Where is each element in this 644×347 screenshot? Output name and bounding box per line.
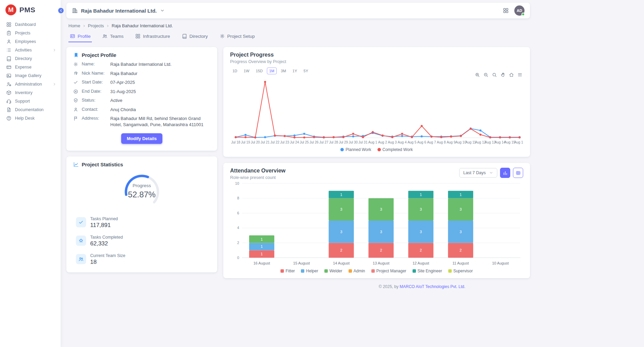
- sidebar-item-administration[interactable]: Administration: [0, 80, 61, 88]
- sidebar-item-dashboard[interactable]: Dashboard: [0, 20, 61, 29]
- tab-teams[interactable]: Teams: [101, 31, 125, 42]
- range-button-3m[interactable]: 3M: [278, 67, 288, 74]
- app-logo[interactable]: M PMS: [0, 0, 61, 20]
- user-avatar[interactable]: AD: [514, 5, 525, 16]
- selection-zoom-icon[interactable]: [492, 72, 497, 77]
- tab-infrastructure[interactable]: Infrastructure: [134, 31, 172, 42]
- chart-line-icon: [73, 162, 79, 167]
- legend-swatch: [349, 269, 352, 273]
- svg-text:1: 1: [261, 252, 263, 256]
- svg-text:2: 2: [380, 248, 382, 252]
- svg-text:0: 0: [237, 256, 239, 260]
- attendance-card-title: Attendance Overview: [230, 168, 286, 174]
- profile-field-contact: Contact:Anuj Chordia: [73, 107, 210, 113]
- range-button-5y[interactable]: 5Y: [301, 67, 310, 74]
- legend-label: Planned Work: [345, 147, 371, 152]
- sidebar-item-support[interactable]: Support: [0, 97, 61, 105]
- field-value: Raja Bahadur: [110, 71, 210, 77]
- legend-item-planned-work[interactable]: Planned Work: [340, 147, 371, 152]
- legend-item-admin[interactable]: Admin: [349, 269, 365, 273]
- footer-link[interactable]: MARCO AIoT Technologies Pvt. Ltd.: [400, 284, 465, 289]
- zoom-out-icon[interactable]: [483, 72, 488, 77]
- sidebar-item-label: Projects: [15, 31, 57, 35]
- legend-item-completed-work[interactable]: Completed Work: [377, 147, 413, 152]
- svg-text:Jul 19: Jul 19: [241, 140, 250, 144]
- legend-item-site-engineer[interactable]: Site Engineer: [413, 269, 442, 273]
- line-chart-legend: Planned WorkCompleted Work: [230, 147, 523, 152]
- legend-item-supervisor[interactable]: Supervisor: [448, 269, 473, 273]
- range-button-1d[interactable]: 1D: [230, 67, 240, 74]
- range-button-15d[interactable]: 15D: [254, 67, 265, 74]
- help-desk-icon: [6, 116, 12, 121]
- svg-text:2: 2: [237, 241, 239, 245]
- sidebar-item-directory[interactable]: Directory: [0, 54, 61, 63]
- sidebar-item-help-desk[interactable]: Help Desk: [0, 114, 61, 122]
- sidebar-item-expense[interactable]: Expense: [0, 63, 61, 71]
- building-icon: [72, 7, 78, 14]
- svg-text:Jul 24: Jul 24: [290, 140, 299, 144]
- legend-item-fitter[interactable]: Fitter: [280, 269, 295, 273]
- employees-icon: [6, 39, 12, 44]
- apps-grid-icon[interactable]: [503, 7, 509, 14]
- attendance-controls: Last 7 Days: [459, 168, 523, 178]
- legend-item-welder[interactable]: Welder: [324, 269, 342, 273]
- tab-directory[interactable]: Directory: [180, 31, 209, 42]
- legend-swatch: [448, 269, 452, 273]
- range-button-1w[interactable]: 1W: [241, 67, 252, 74]
- breadcrumb-item-home[interactable]: Home: [68, 23, 80, 28]
- menu-icon[interactable]: [517, 72, 522, 77]
- range-button-1y[interactable]: 1Y: [290, 67, 299, 74]
- modify-details-button[interactable]: Modify Details: [121, 133, 162, 144]
- range-button-1m[interactable]: 1M: [267, 67, 277, 74]
- sidebar-item-label: Administration: [15, 82, 49, 87]
- sidebar-item-employees[interactable]: Employees: [0, 37, 61, 46]
- id-card-icon: [70, 33, 75, 39]
- svg-text:10 August: 10 August: [492, 261, 509, 265]
- legend-label: Site Engineer: [418, 269, 442, 273]
- sidebar-item-activities[interactable]: Activities: [0, 46, 61, 54]
- svg-text:3: 3: [420, 230, 422, 234]
- tab-profile[interactable]: Profile: [68, 31, 92, 42]
- svg-text:Jul 27: Jul 27: [319, 140, 328, 144]
- svg-text:1: 1: [420, 193, 422, 197]
- table-view-button[interactable]: [513, 168, 523, 178]
- svg-text:3: 3: [380, 207, 382, 211]
- legend-item-project-manager[interactable]: Project Manager: [371, 269, 406, 273]
- field-label: Nick Name:: [82, 71, 107, 76]
- sidebar-item-image-gallery[interactable]: Image Gallery: [0, 71, 61, 80]
- tab-project-setup[interactable]: Project Setup: [218, 31, 256, 42]
- breadcrumb-item-projects[interactable]: Projects: [88, 23, 104, 28]
- stat-tasks-planned: Tasks Planned117,891: [73, 215, 210, 229]
- app-logo-text: PMS: [19, 6, 35, 14]
- breadcrumb-separator: ›: [107, 23, 109, 28]
- profile-fields: Name:Raja Bahadur International Ltd.Nick…: [73, 61, 210, 127]
- field-value: 07-Apr-2025: [110, 79, 210, 86]
- sidebar-item-inventory[interactable]: Inventory: [0, 88, 61, 97]
- project-progress-card: Project Progress Progress Overview by Pr…: [223, 47, 530, 157]
- sidebar-collapse-button[interactable]: [58, 7, 64, 14]
- chevron-right-icon: [52, 48, 57, 52]
- legend-item-helper[interactable]: Helper: [301, 269, 318, 273]
- chevron-left-icon: [59, 9, 63, 13]
- date-range-select[interactable]: Last 7 Days: [459, 168, 497, 178]
- sidebar-item-documentation[interactable]: Documentation: [0, 105, 61, 114]
- bar-chart-view-button[interactable]: [500, 168, 510, 178]
- reset-icon[interactable]: [509, 72, 514, 77]
- stat-label: Tasks Completed: [90, 235, 123, 240]
- chevron-right-icon: [52, 82, 57, 86]
- svg-text:Aug 4: Aug 4: [398, 140, 407, 144]
- legend-swatch: [413, 269, 416, 273]
- breadcrumb-item-raja-bahadur-international-ltd: Raja Bahadur International Ltd.: [112, 23, 173, 28]
- zoom-in-icon[interactable]: [475, 72, 480, 77]
- legend-swatch: [377, 148, 381, 151]
- progress-card-subtitle: Progress Overview by Project: [230, 59, 523, 64]
- svg-text:3: 3: [380, 230, 382, 234]
- svg-text:3: 3: [420, 207, 422, 211]
- sidebar-item-projects[interactable]: Projects: [0, 29, 61, 37]
- stat-value: 62,332: [90, 240, 123, 247]
- pan-icon[interactable]: [500, 72, 505, 77]
- svg-text:Aug 11: Aug 11: [465, 140, 476, 144]
- tab-bar: ProfileTeamsInfrastructureDirectoryProje…: [68, 31, 530, 42]
- company-selector[interactable]: Raja Bahadur International Ltd.: [72, 7, 165, 14]
- activities-icon: [6, 47, 12, 53]
